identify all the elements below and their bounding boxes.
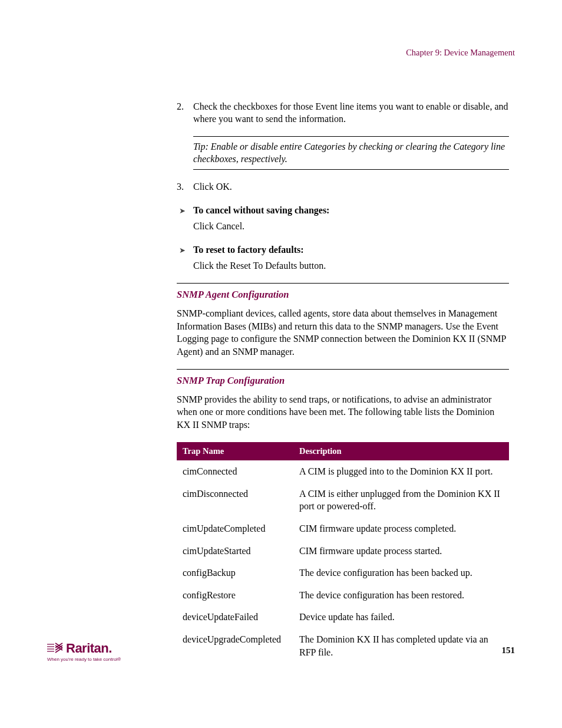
trap-name-cell: configBackup — [177, 566, 299, 579]
table-row: cimConnectedA CIM is plugged into to the… — [177, 460, 509, 483]
step-text: Check the checkboxes for those Event lin… — [193, 100, 509, 126]
trap-name-cell: deviceUpgradeCompleted — [177, 633, 299, 658]
table-row: configRestoreThe device configuration ha… — [177, 584, 509, 607]
section-heading-trap: SNMP Trap Configuration — [177, 374, 509, 387]
trap-table: cimConnectedA CIM is plugged into to the… — [177, 460, 509, 663]
page-header: Chapter 9: Device Management — [47, 47, 515, 59]
trap-name-cell: cimUpdateStarted — [177, 545, 299, 558]
step-2: 2. Check the checkboxes for those Event … — [177, 100, 509, 126]
trap-desc-cell: CIM firmware update process completed. — [299, 522, 509, 535]
step-number: 3. — [177, 180, 193, 193]
trap-desc-cell: The device configuration has been backed… — [299, 566, 509, 579]
table-row: cimUpdateStartedCIM firmware update proc… — [177, 540, 509, 562]
trap-desc-cell: CIM firmware update process started. — [299, 545, 509, 558]
step-text: Click OK. — [193, 180, 509, 193]
heading-label: To reset to factory defaults: — [193, 243, 304, 256]
trap-name-cell: configRestore — [177, 589, 299, 602]
table-row: deviceUpgradeCompletedThe Dominion KX II… — [177, 628, 509, 663]
trap-desc-cell: A CIM is plugged into to the Dominion KX… — [299, 465, 509, 478]
procedure-heading-reset: ➤ To reset to factory defaults: — [177, 243, 509, 256]
section-divider — [177, 283, 509, 284]
table-row: cimDisconnectedA CIM is either unplugged… — [177, 483, 509, 518]
trap-desc-cell: Device update has failed. — [299, 611, 509, 624]
step-3: 3. Click OK. — [177, 180, 509, 193]
body-paragraph: SNMP-compliant devices, called agents, s… — [177, 307, 509, 358]
table-row: deviceUpdateFailedDevice update has fail… — [177, 606, 509, 628]
body-paragraph: SNMP provides the ability to send traps,… — [177, 393, 509, 431]
table-header-col1: Trap Name — [177, 446, 299, 457]
trap-desc-cell: The Dominion KX II has completed update … — [299, 633, 509, 658]
procedure-heading-cancel: ➤ To cancel without saving changes: — [177, 204, 509, 217]
main-content: 2. Check the checkboxes for those Event … — [177, 100, 509, 664]
trap-name-cell: cimDisconnected — [177, 487, 299, 513]
trap-desc-cell: The device configuration has been restor… — [299, 589, 509, 602]
page-number: 151 — [502, 644, 515, 656]
logo-tagline: When you're ready to take control® — [47, 657, 121, 663]
trap-desc-cell: A CIM is either unplugged from the Domin… — [299, 487, 509, 513]
table-row: cimUpdateCompletedCIM firmware update pr… — [177, 518, 509, 540]
raritan-logo-icon — [47, 642, 64, 654]
table-header-row: Trap Name Description — [177, 442, 509, 461]
svg-line-8 — [55, 648, 62, 653]
section-divider — [177, 369, 509, 370]
footer-logo: Raritan. When you're ready to take contr… — [47, 640, 121, 663]
arrow-icon: ➤ — [177, 245, 187, 256]
trap-name-cell: cimConnected — [177, 465, 299, 478]
procedure-body: Click Cancel. — [193, 220, 509, 233]
arrow-icon: ➤ — [177, 206, 187, 216]
logo-text: Raritan. — [66, 640, 112, 657]
trap-name-cell: cimUpdateCompleted — [177, 522, 299, 535]
table-row: configBackupThe device configuration has… — [177, 562, 509, 584]
procedure-body: Click the Reset To Defaults button. — [193, 259, 509, 272]
trap-name-cell: deviceUpdateFailed — [177, 611, 299, 624]
tip-box: Tip: Enable or disable entire Categories… — [193, 136, 509, 170]
table-header-col2: Description — [299, 446, 509, 457]
section-heading-agent: SNMP Agent Configuration — [177, 288, 509, 301]
step-number: 2. — [177, 100, 193, 126]
heading-label: To cancel without saving changes: — [193, 204, 329, 217]
